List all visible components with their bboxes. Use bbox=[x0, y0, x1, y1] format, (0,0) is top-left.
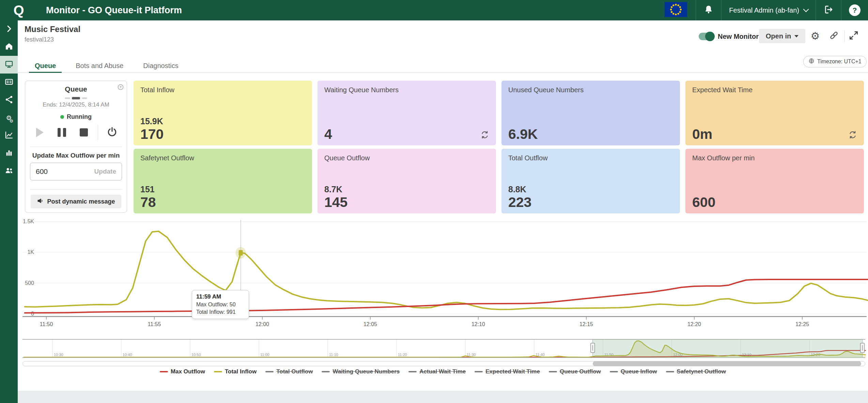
play-icon bbox=[36, 128, 44, 137]
refresh-button[interactable] bbox=[480, 130, 489, 139]
svg-text:0: 0 bbox=[31, 311, 34, 317]
legend-label: Max Outflow bbox=[171, 368, 205, 375]
sidebar-item-users[interactable] bbox=[0, 162, 18, 180]
settings-gear-button[interactable]: ⚙ bbox=[810, 31, 821, 42]
app: Q Monitor - GO Queue-it Platform bbox=[0, 0, 868, 403]
controls-divider bbox=[98, 125, 98, 140]
legend-item-total-outflow[interactable]: Total Outflow bbox=[265, 368, 313, 375]
queueit-logo-icon[interactable]: Q bbox=[10, 2, 27, 18]
post-dynamic-message-button[interactable]: Post dynamic message bbox=[31, 195, 121, 208]
legend-item-total-inflow[interactable]: Total Inflow bbox=[214, 368, 257, 375]
gears-icon: ⚙⚙ bbox=[6, 115, 12, 121]
page-title: Music Festival bbox=[25, 25, 80, 34]
range-handle[interactable] bbox=[861, 343, 865, 353]
open-in-button[interactable]: Open in bbox=[759, 29, 805, 43]
stat-card-safetynet-outflow: Safetynet Outflow15178 bbox=[134, 149, 312, 213]
range-handle[interactable] bbox=[591, 343, 595, 353]
help-button[interactable]: ? bbox=[841, 0, 868, 20]
user-menu[interactable]: Festival Admin (ab-fan) bbox=[722, 0, 816, 20]
chart-scrollbar-thumb[interactable] bbox=[593, 361, 861, 366]
update-button[interactable]: Update bbox=[94, 168, 122, 175]
new-monitor-toggle[interactable] bbox=[699, 33, 714, 40]
card-primary-value: 600 bbox=[692, 195, 715, 209]
play-button[interactable] bbox=[32, 125, 48, 140]
card-primary-value: 170 bbox=[140, 127, 164, 141]
legend-label: Queue Outflow bbox=[560, 368, 601, 375]
post-message-label: Post dynamic message bbox=[47, 198, 115, 205]
svg-text:1.5K: 1.5K bbox=[23, 219, 34, 224]
svg-text:500: 500 bbox=[25, 280, 34, 286]
stop-icon bbox=[80, 128, 88, 136]
stat-card-expected-wait-time: Expected Wait Time0m bbox=[685, 81, 864, 145]
card-primary-value: 145 bbox=[324, 195, 347, 209]
legend-dash-icon bbox=[214, 371, 222, 372]
help-circle-icon[interactable]: ? bbox=[117, 84, 124, 91]
sidebar-item-panel-list[interactable] bbox=[0, 74, 18, 91]
legend-item-expected-wait-time[interactable]: Expected Wait Time bbox=[475, 368, 540, 375]
tab-queue[interactable]: Queue bbox=[29, 61, 62, 73]
notifications-button[interactable] bbox=[696, 0, 721, 20]
sidebar-item-chevron-right[interactable] bbox=[0, 20, 18, 38]
legend-item-waiting-queue-numbers[interactable]: Waiting Queue Numbers bbox=[322, 368, 400, 375]
card-label: Expected Wait Time bbox=[692, 86, 753, 94]
legend-label: Total Outflow bbox=[276, 368, 313, 375]
user-menu-label: Festival Admin (ab-fan) bbox=[729, 6, 799, 14]
legend-item-queue-inflow[interactable]: Queue Inflow bbox=[610, 368, 657, 375]
chart-range-selector[interactable]: 10:3010:4010:5011:0011:1011:2011:3011:40… bbox=[18, 339, 868, 360]
legend-item-actual-wait-time[interactable]: Actual Wait Time bbox=[408, 368, 466, 375]
toggle-knob bbox=[705, 32, 715, 41]
svg-text:12:05: 12:05 bbox=[363, 321, 377, 327]
svg-text:11:10: 11:10 bbox=[329, 353, 338, 357]
legend-dash-icon bbox=[408, 371, 417, 372]
card-primary-value: 78 bbox=[140, 195, 156, 209]
timezone-badge[interactable]: Timezone: UTC+1 bbox=[803, 56, 867, 67]
stop-button[interactable] bbox=[76, 125, 92, 140]
stat-card-total-inflow: Total Inflow15.9K170 bbox=[134, 81, 312, 145]
sidebar-item-home[interactable] bbox=[0, 38, 18, 56]
sidebar-item-line-chart[interactable] bbox=[0, 127, 18, 144]
power-button[interactable] bbox=[104, 125, 120, 140]
max-outflow-input[interactable] bbox=[30, 167, 94, 176]
sidebar-item-bar-chart[interactable] bbox=[0, 144, 18, 162]
svg-text:10:30: 10:30 bbox=[54, 353, 63, 357]
queue-metrics-chart[interactable]: 05001K1.5K11:5011:5512:0012:0512:1012:15… bbox=[18, 218, 868, 332]
refresh-button[interactable] bbox=[848, 130, 857, 139]
stat-card-total-outflow: Total Outflow8.8K223 bbox=[501, 149, 680, 213]
bell-icon bbox=[703, 4, 714, 16]
legend-item-safetynet-outflow[interactable]: Safetynet Outflow bbox=[666, 368, 726, 375]
line-chart-icon bbox=[4, 130, 14, 141]
logout-button[interactable] bbox=[816, 0, 841, 20]
legend-item-max-outflow[interactable]: Max Outflow bbox=[160, 368, 205, 375]
tab-diagnostics[interactable]: Diagnostics bbox=[137, 61, 184, 73]
sidebar-item-share-nodes[interactable] bbox=[0, 91, 18, 109]
svg-text:10:40: 10:40 bbox=[123, 353, 132, 357]
copy-link-button[interactable] bbox=[828, 31, 839, 42]
card-secondary-value: 15.9K bbox=[140, 116, 164, 126]
max-outflow-field: Update bbox=[30, 163, 122, 180]
app-title: Monitor - GO Queue-it Platform bbox=[46, 0, 182, 20]
svg-text:1K: 1K bbox=[27, 249, 34, 255]
svg-text:11:20: 11:20 bbox=[398, 353, 407, 357]
home-icon bbox=[4, 42, 14, 52]
eu-flag-icon bbox=[664, 2, 688, 18]
legend-dash-icon bbox=[475, 371, 483, 372]
legend-dash-icon bbox=[610, 371, 618, 372]
tab-bots-and-abuse[interactable]: Bots and Abuse bbox=[70, 61, 129, 73]
panel-divider bbox=[30, 189, 122, 190]
language-flag-button[interactable] bbox=[656, 0, 696, 20]
fullscreen-button[interactable] bbox=[848, 31, 859, 42]
card-label: Unused Queue Numbers bbox=[508, 86, 584, 94]
card-label: Queue Outflow bbox=[324, 154, 370, 162]
legend-dash-icon bbox=[322, 371, 330, 372]
card-secondary-value: 151 bbox=[140, 184, 156, 194]
users-icon bbox=[4, 166, 14, 176]
legend-label: Actual Wait Time bbox=[419, 368, 466, 375]
sidebar-item-monitor[interactable] bbox=[0, 56, 18, 74]
power-icon bbox=[107, 126, 118, 139]
legend-item-queue-outflow[interactable]: Queue Outflow bbox=[549, 368, 601, 375]
sidebar-item-gears[interactable]: ⚙⚙ bbox=[0, 109, 18, 127]
svg-text:12:15: 12:15 bbox=[579, 321, 593, 327]
svg-text:?: ? bbox=[120, 85, 122, 89]
pause-button[interactable] bbox=[54, 125, 69, 140]
stat-card-max-outflow-per-min: Max Outflow per min600 bbox=[685, 149, 864, 213]
